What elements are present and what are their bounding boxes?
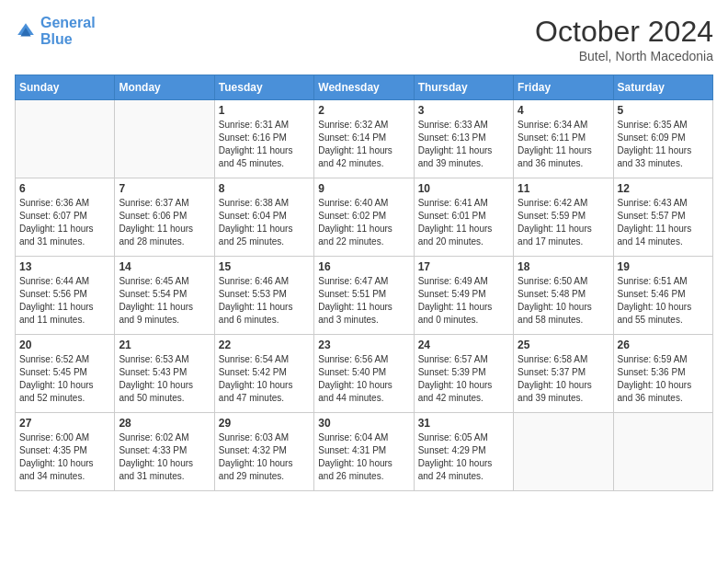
day-info: Sunrise: 6:37 AM Sunset: 6:06 PM Dayligh… [119, 197, 210, 248]
day-info: Sunrise: 6:36 AM Sunset: 6:07 PM Dayligh… [19, 197, 110, 248]
logo: General Blue [15, 15, 96, 47]
day-cell [613, 413, 712, 491]
day-cell: 16Sunrise: 6:47 AM Sunset: 5:51 PM Dayli… [314, 257, 414, 335]
logo-blue: Blue [40, 31, 96, 48]
week-row-4: 20Sunrise: 6:52 AM Sunset: 5:45 PM Dayli… [16, 335, 713, 413]
day-cell: 4Sunrise: 6:34 AM Sunset: 6:11 PM Daylig… [514, 100, 613, 178]
day-info: Sunrise: 6:05 AM Sunset: 4:29 PM Dayligh… [418, 431, 509, 483]
day-number: 27 [19, 417, 110, 430]
day-cell: 24Sunrise: 6:57 AM Sunset: 5:39 PM Dayli… [414, 335, 513, 413]
day-number: 2 [318, 104, 409, 117]
day-cell: 28Sunrise: 6:02 AM Sunset: 4:33 PM Dayli… [115, 413, 214, 491]
header-row: SundayMondayTuesdayWednesdayThursdayFrid… [16, 75, 713, 100]
day-cell: 9Sunrise: 6:40 AM Sunset: 6:02 PM Daylig… [314, 178, 414, 257]
page-header: General Blue October 2024 Butel, North M… [15, 15, 713, 63]
week-row-5: 27Sunrise: 6:00 AM Sunset: 4:35 PM Dayli… [16, 413, 713, 491]
month-title: October 2024 [535, 15, 713, 49]
day-number: 8 [219, 182, 310, 195]
day-cell: 23Sunrise: 6:56 AM Sunset: 5:40 PM Dayli… [314, 335, 414, 413]
day-cell: 11Sunrise: 6:42 AM Sunset: 5:59 PM Dayli… [514, 178, 613, 257]
day-cell: 22Sunrise: 6:54 AM Sunset: 5:42 PM Dayli… [214, 335, 313, 413]
week-row-2: 6Sunrise: 6:36 AM Sunset: 6:07 PM Daylig… [16, 178, 713, 257]
title-block: October 2024 Butel, North Macedonia [535, 15, 713, 63]
day-info: Sunrise: 6:54 AM Sunset: 5:42 PM Dayligh… [219, 353, 310, 405]
day-cell: 2Sunrise: 6:32 AM Sunset: 6:14 PM Daylig… [314, 100, 414, 178]
day-info: Sunrise: 6:56 AM Sunset: 5:40 PM Dayligh… [318, 353, 409, 405]
day-cell [115, 100, 214, 178]
day-cell: 5Sunrise: 6:35 AM Sunset: 6:09 PM Daylig… [613, 100, 712, 178]
day-cell: 15Sunrise: 6:46 AM Sunset: 5:53 PM Dayli… [214, 257, 313, 335]
day-cell: 31Sunrise: 6:05 AM Sunset: 4:29 PM Dayli… [414, 413, 513, 491]
day-info: Sunrise: 6:43 AM Sunset: 5:57 PM Dayligh… [618, 197, 709, 248]
day-info: Sunrise: 6:42 AM Sunset: 5:59 PM Dayligh… [518, 197, 609, 248]
day-number: 17 [418, 260, 509, 273]
day-info: Sunrise: 6:41 AM Sunset: 6:01 PM Dayligh… [418, 197, 509, 248]
day-number: 18 [518, 260, 609, 273]
day-info: Sunrise: 6:47 AM Sunset: 5:51 PM Dayligh… [318, 275, 409, 327]
day-info: Sunrise: 6:00 AM Sunset: 4:35 PM Dayligh… [19, 431, 110, 483]
day-cell: 30Sunrise: 6:04 AM Sunset: 4:31 PM Dayli… [314, 413, 414, 491]
day-number: 16 [318, 260, 409, 273]
day-number: 5 [618, 104, 709, 117]
day-number: 25 [518, 339, 609, 351]
week-row-1: 1Sunrise: 6:31 AM Sunset: 6:16 PM Daylig… [16, 100, 713, 178]
day-cell: 12Sunrise: 6:43 AM Sunset: 5:57 PM Dayli… [613, 178, 712, 257]
day-info: Sunrise: 6:33 AM Sunset: 6:13 PM Dayligh… [418, 119, 509, 170]
day-number: 10 [418, 182, 509, 195]
day-info: Sunrise: 6:03 AM Sunset: 4:32 PM Dayligh… [219, 431, 310, 483]
day-cell: 19Sunrise: 6:51 AM Sunset: 5:46 PM Dayli… [613, 257, 712, 335]
day-info: Sunrise: 6:58 AM Sunset: 5:37 PM Dayligh… [518, 353, 609, 405]
col-header-saturday: Saturday [613, 75, 712, 100]
day-info: Sunrise: 6:52 AM Sunset: 5:45 PM Dayligh… [19, 353, 110, 405]
day-number: 21 [119, 339, 210, 351]
day-cell: 20Sunrise: 6:52 AM Sunset: 5:45 PM Dayli… [16, 335, 115, 413]
day-cell [514, 413, 613, 491]
day-cell: 25Sunrise: 6:58 AM Sunset: 5:37 PM Dayli… [514, 335, 613, 413]
day-number: 15 [219, 260, 310, 273]
day-number: 11 [518, 182, 609, 195]
day-number: 3 [418, 104, 509, 117]
day-cell: 3Sunrise: 6:33 AM Sunset: 6:13 PM Daylig… [414, 100, 513, 178]
day-info: Sunrise: 6:45 AM Sunset: 5:54 PM Dayligh… [119, 275, 210, 327]
day-cell: 1Sunrise: 6:31 AM Sunset: 6:16 PM Daylig… [214, 100, 313, 178]
day-number: 29 [219, 417, 310, 430]
day-number: 22 [219, 339, 310, 351]
col-header-monday: Monday [115, 75, 214, 100]
day-number: 28 [119, 417, 210, 430]
location-subtitle: Butel, North Macedonia [535, 49, 713, 63]
day-number: 13 [19, 260, 110, 273]
day-number: 26 [618, 339, 709, 351]
day-info: Sunrise: 6:53 AM Sunset: 5:43 PM Dayligh… [119, 353, 210, 405]
day-info: Sunrise: 6:57 AM Sunset: 5:39 PM Dayligh… [418, 353, 509, 405]
day-cell: 7Sunrise: 6:37 AM Sunset: 6:06 PM Daylig… [115, 178, 214, 257]
col-header-sunday: Sunday [16, 75, 115, 100]
day-cell: 8Sunrise: 6:38 AM Sunset: 6:04 PM Daylig… [214, 178, 313, 257]
day-number: 31 [418, 417, 509, 430]
calendar-table: SundayMondayTuesdayWednesdayThursdayFrid… [15, 75, 713, 491]
day-info: Sunrise: 6:32 AM Sunset: 6:14 PM Dayligh… [318, 119, 409, 170]
logo-general: General [40, 15, 96, 30]
day-number: 30 [318, 417, 409, 430]
day-info: Sunrise: 6:04 AM Sunset: 4:31 PM Dayligh… [318, 431, 409, 483]
day-info: Sunrise: 6:50 AM Sunset: 5:48 PM Dayligh… [518, 275, 609, 327]
day-cell: 17Sunrise: 6:49 AM Sunset: 5:49 PM Dayli… [414, 257, 513, 335]
day-info: Sunrise: 6:59 AM Sunset: 5:36 PM Dayligh… [618, 353, 709, 405]
day-info: Sunrise: 6:35 AM Sunset: 6:09 PM Dayligh… [618, 119, 709, 170]
day-info: Sunrise: 6:40 AM Sunset: 6:02 PM Dayligh… [318, 197, 409, 248]
col-header-friday: Friday [514, 75, 613, 100]
day-number: 9 [318, 182, 409, 195]
day-cell: 18Sunrise: 6:50 AM Sunset: 5:48 PM Dayli… [514, 257, 613, 335]
day-cell [16, 100, 115, 178]
day-cell: 6Sunrise: 6:36 AM Sunset: 6:07 PM Daylig… [16, 178, 115, 257]
day-number: 7 [119, 182, 210, 195]
day-number: 14 [119, 260, 210, 273]
week-row-3: 13Sunrise: 6:44 AM Sunset: 5:56 PM Dayli… [16, 257, 713, 335]
day-number: 20 [19, 339, 110, 351]
day-number: 12 [618, 182, 709, 195]
day-number: 6 [19, 182, 110, 195]
day-info: Sunrise: 6:51 AM Sunset: 5:46 PM Dayligh… [618, 275, 709, 327]
day-cell: 29Sunrise: 6:03 AM Sunset: 4:32 PM Dayli… [214, 413, 313, 491]
day-cell: 14Sunrise: 6:45 AM Sunset: 5:54 PM Dayli… [115, 257, 214, 335]
day-cell: 26Sunrise: 6:59 AM Sunset: 5:36 PM Dayli… [613, 335, 712, 413]
day-info: Sunrise: 6:34 AM Sunset: 6:11 PM Dayligh… [518, 119, 609, 170]
